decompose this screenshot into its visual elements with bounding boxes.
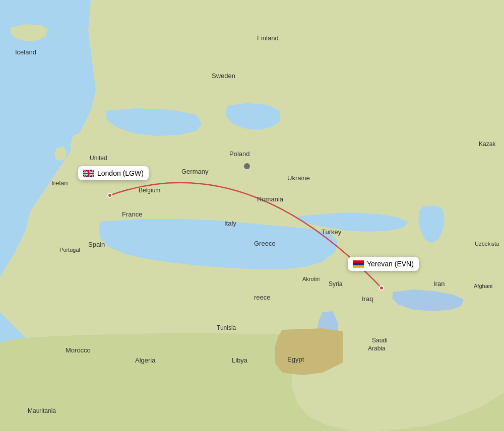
svg-text:Sweden: Sweden bbox=[212, 72, 235, 80]
map-svg: Iceland Finland Sweden United Irelan Bel… bbox=[0, 0, 504, 431]
svg-text:Morocco: Morocco bbox=[66, 346, 91, 354]
svg-text:Algeria: Algeria bbox=[135, 356, 156, 364]
svg-text:Saudi: Saudi bbox=[372, 337, 388, 344]
svg-text:Germany: Germany bbox=[181, 168, 209, 175]
svg-text:Romania: Romania bbox=[257, 195, 284, 203]
uk-flag-icon bbox=[83, 170, 94, 177]
svg-text:Finland: Finland bbox=[257, 34, 279, 42]
svg-text:Portugal: Portugal bbox=[59, 247, 80, 253]
yerevan-label: Yerevan (EVN) bbox=[348, 257, 419, 271]
svg-text:Iran: Iran bbox=[433, 280, 445, 288]
svg-text:Greece: Greece bbox=[254, 240, 276, 247]
svg-text:Tunisia: Tunisia bbox=[217, 324, 236, 331]
svg-text:Ukraine: Ukraine bbox=[287, 174, 310, 182]
svg-text:Libya: Libya bbox=[232, 356, 248, 364]
svg-text:Kazak: Kazak bbox=[479, 140, 496, 148]
svg-text:Uzbekista: Uzbekista bbox=[475, 241, 499, 247]
svg-text:United: United bbox=[90, 155, 107, 162]
map-container: Iceland Finland Sweden United Irelan Bel… bbox=[0, 0, 504, 431]
svg-text:Egypt: Egypt bbox=[287, 355, 304, 363]
svg-text:Irelan: Irelan bbox=[51, 179, 68, 187]
svg-text:Mauritania: Mauritania bbox=[28, 407, 56, 414]
svg-text:Iceland: Iceland bbox=[15, 48, 36, 56]
yerevan-label-text: Yerevan (EVN) bbox=[367, 260, 414, 268]
svg-text:Iraq: Iraq bbox=[362, 295, 373, 303]
svg-text:Akrotiri: Akrotiri bbox=[302, 276, 320, 282]
svg-text:Italy: Italy bbox=[224, 220, 236, 227]
svg-text:Belgium: Belgium bbox=[139, 187, 160, 194]
armenia-flag-icon bbox=[353, 260, 364, 268]
svg-text:France: France bbox=[122, 210, 142, 218]
svg-rect-35 bbox=[353, 260, 364, 263]
svg-text:Turkey: Turkey bbox=[322, 228, 342, 236]
london-label-text: London (LGW) bbox=[97, 169, 144, 177]
svg-text:Arabia: Arabia bbox=[368, 345, 386, 352]
svg-text:Spain: Spain bbox=[88, 241, 105, 248]
svg-text:Syria: Syria bbox=[329, 280, 343, 288]
svg-text:reece: reece bbox=[254, 294, 271, 301]
svg-rect-37 bbox=[353, 265, 364, 267]
london-dot bbox=[107, 193, 112, 198]
svg-text:Afghani: Afghani bbox=[474, 283, 492, 289]
yerevan-dot bbox=[379, 285, 384, 291]
svg-rect-36 bbox=[353, 262, 364, 265]
svg-text:Poland: Poland bbox=[229, 150, 249, 158]
svg-point-1 bbox=[244, 163, 250, 169]
london-label: London (LGW) bbox=[78, 166, 149, 180]
